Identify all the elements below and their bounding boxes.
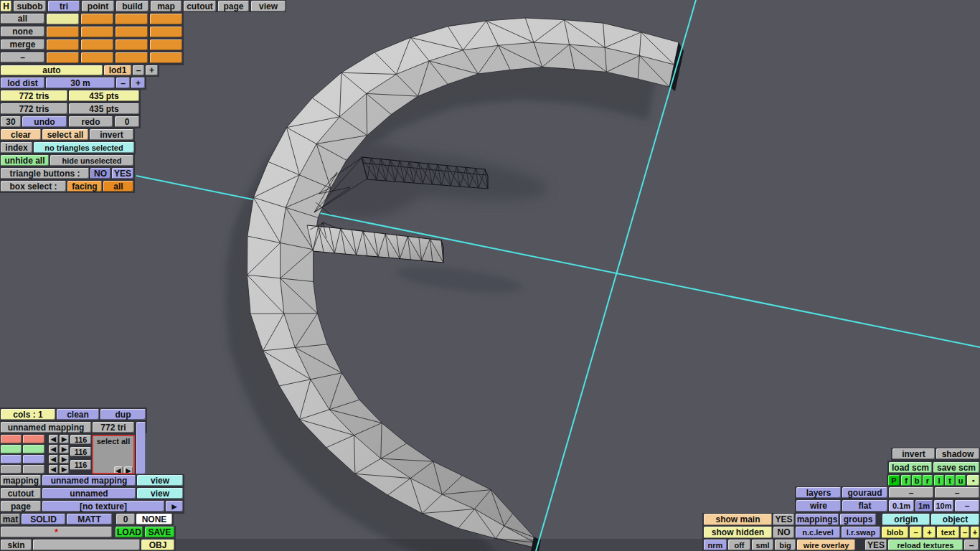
dash-button[interactable]: – <box>889 487 933 498</box>
view-letter-r[interactable]: r <box>923 475 933 486</box>
mat-type-button[interactable]: SOLID <box>22 514 65 524</box>
mapping-select-all-box[interactable]: select all ◀ ▶ <box>92 435 135 474</box>
flat-button[interactable]: flat <box>842 500 887 512</box>
mapping-scrollbar[interactable] <box>136 422 146 474</box>
subob-merge-button[interactable]: merge <box>1 39 44 50</box>
channel-swatch[interactable] <box>23 455 44 463</box>
shadow-button[interactable]: shadow <box>936 448 979 459</box>
subob-cell[interactable] <box>116 14 148 24</box>
hide-unselected-button[interactable]: hide unselected <box>50 155 133 166</box>
subob-cell[interactable] <box>81 14 113 24</box>
mat-num[interactable]: 0 <box>116 514 135 524</box>
box-select-facing[interactable]: facing <box>67 181 102 192</box>
show-hidden-toggle[interactable]: NO <box>773 527 794 538</box>
arrow-left-icon[interactable]: ◀ <box>49 445 58 453</box>
nrm-button[interactable]: nrm <box>704 540 727 550</box>
lod1-button[interactable]: lod1 <box>104 65 131 75</box>
subob-cell[interactable] <box>150 14 182 24</box>
arrow-right-icon[interactable]: ▶ <box>60 435 69 443</box>
box-select-all[interactable]: all <box>103 181 133 192</box>
view-letter-l[interactable]: l <box>934 475 944 486</box>
wire-overlay-toggle[interactable]: YES <box>865 540 887 550</box>
lod-auto-button[interactable]: auto <box>1 65 103 75</box>
format-obj-button[interactable]: OBJ <box>141 540 174 550</box>
clean-button[interactable]: clean <box>57 409 99 420</box>
cutout-view-button[interactable]: view <box>137 488 183 499</box>
blob-plus-button[interactable]: + <box>923 527 936 538</box>
grid-1m-button[interactable]: 1m <box>915 500 933 512</box>
subob-cell[interactable] <box>150 52 182 63</box>
cols-button[interactable]: cols : 1 <box>1 409 55 420</box>
lod-dist-value[interactable]: 30 m <box>46 77 115 88</box>
save-scm-button[interactable]: save scm <box>933 462 979 473</box>
unhide-all-button[interactable]: unhide all <box>1 155 49 166</box>
view-dot-icon[interactable]: ● <box>967 475 979 486</box>
subob-cell-selected[interactable] <box>47 14 79 24</box>
save-button[interactable]: SAVE <box>145 527 174 537</box>
arrow-left-icon[interactable]: ◀ <box>49 465 58 474</box>
gouraud-button[interactable]: gouraud <box>842 487 887 498</box>
cutout-row-value[interactable]: unnamed <box>42 488 136 499</box>
lr-swap-button[interactable]: l.r.swap <box>842 527 880 538</box>
mapping-name[interactable]: unnamed mapping <box>1 422 91 433</box>
channel-value[interactable]: 116 <box>70 460 91 470</box>
channel-swatch[interactable] <box>1 455 22 463</box>
groups-button[interactable]: groups <box>840 514 876 525</box>
layers-button[interactable]: layers <box>796 487 841 498</box>
reload-dash-button[interactable]: – <box>964 540 979 550</box>
grid-dash-button[interactable]: – <box>955 500 979 512</box>
viewport-3d[interactable] <box>0 0 980 551</box>
arrow-left-icon[interactable]: ◀ <box>49 435 58 443</box>
subob-none-button[interactable]: none <box>1 27 44 37</box>
channel-swatch[interactable] <box>1 445 22 453</box>
wire-button[interactable]: wire <box>796 500 841 512</box>
subob-all-button[interactable]: all <box>1 14 44 24</box>
tab-tri[interactable]: tri <box>48 1 80 11</box>
triangle-buttons-yes[interactable]: YES <box>112 168 133 179</box>
view-letter-f[interactable]: f <box>901 475 911 486</box>
tab-build[interactable]: build <box>116 1 149 11</box>
dup-button[interactable]: dup <box>100 409 146 420</box>
arrow-right-icon[interactable]: ▶ <box>124 466 133 474</box>
subob-cell[interactable] <box>150 39 182 50</box>
view-letter-p[interactable]: P <box>888 475 900 486</box>
channel-swatch[interactable] <box>1 465 22 474</box>
arrow-right-icon[interactable]: ▶ <box>60 445 69 453</box>
mappings-button[interactable]: mappings <box>796 514 839 525</box>
load-scm-button[interactable]: load scm <box>889 462 932 473</box>
text-minus-button[interactable]: – <box>961 527 969 538</box>
invert-button[interactable]: invert <box>90 129 133 140</box>
subob-cell[interactable] <box>116 39 148 50</box>
mat-finish-button[interactable]: MATT <box>67 514 112 524</box>
skin-value-field[interactable] <box>33 540 140 550</box>
clear-button[interactable]: clear <box>1 129 41 140</box>
lod-minus-button[interactable]: – <box>133 65 144 75</box>
undo-button[interactable]: undo <box>22 116 67 127</box>
tab-view[interactable]: view <box>251 1 286 11</box>
tab-cutout[interactable]: cutout <box>184 1 216 11</box>
view-letter-t[interactable]: t <box>945 475 955 486</box>
wire-overlay-button[interactable]: wire overlay <box>797 540 855 550</box>
mat-texture[interactable]: NONE <box>136 514 172 524</box>
arrow-left-icon[interactable]: ◀ <box>114 466 123 474</box>
show-hidden-button[interactable]: show hidden <box>704 527 772 538</box>
channel-swatch[interactable] <box>23 465 44 474</box>
mapping-row-value[interactable]: unnamed mapping <box>42 475 136 486</box>
view-letter-b[interactable]: b <box>912 475 922 486</box>
arrow-right-icon[interactable]: ▶ <box>60 455 69 463</box>
grid-0-1m-button[interactable]: 0.1m <box>889 500 914 512</box>
subob-cell[interactable] <box>47 27 79 37</box>
nrm-big-button[interactable]: big <box>775 540 796 550</box>
subob-cell[interactable] <box>81 39 113 50</box>
dash-button[interactable]: – <box>935 487 979 498</box>
triangle-buttons-no[interactable]: NO <box>90 168 110 179</box>
origin-button[interactable]: origin <box>882 514 930 525</box>
subob-cell[interactable] <box>150 27 182 37</box>
nc-level-button[interactable]: n.c.level <box>796 527 840 538</box>
page-row-value[interactable]: [no texture] <box>42 501 164 512</box>
tab-page[interactable]: page <box>218 1 249 11</box>
reload-textures-button[interactable]: reload textures <box>888 540 963 550</box>
channel-value[interactable]: 116 <box>70 447 91 456</box>
select-all-button[interactable]: select all <box>42 129 88 140</box>
index-button[interactable]: index <box>1 142 32 153</box>
